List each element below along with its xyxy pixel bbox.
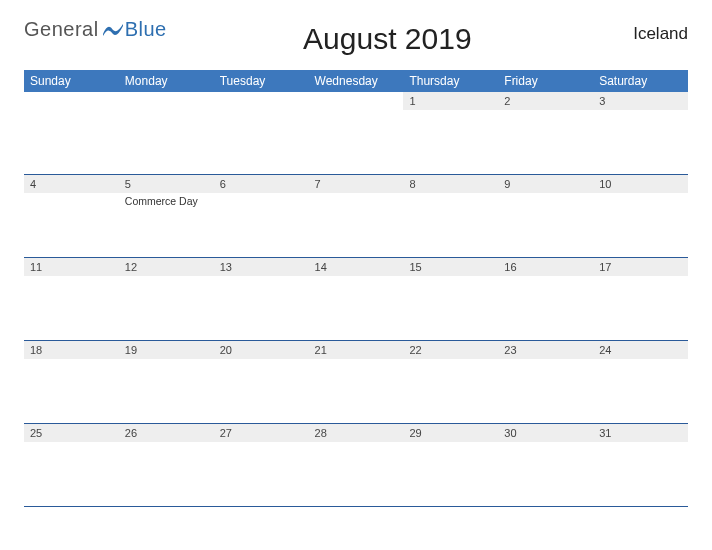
day-number: 1 (403, 92, 498, 110)
calendar-cell (309, 92, 404, 174)
week-row: 45Commerce Day678910 (24, 175, 688, 258)
day-number: 28 (309, 424, 404, 442)
day-number: 18 (24, 341, 119, 359)
calendar-cell (24, 92, 119, 174)
calendar-cell: 8 (403, 175, 498, 257)
day-number: 20 (214, 341, 309, 359)
calendar-cell: 6 (214, 175, 309, 257)
day-number: 16 (498, 258, 593, 276)
calendar-cell: 5Commerce Day (119, 175, 214, 257)
day-number: 23 (498, 341, 593, 359)
calendar-cell: 2 (498, 92, 593, 174)
calendar-cell: 27 (214, 424, 309, 506)
day-number: 25 (24, 424, 119, 442)
calendar-cell: 14 (309, 258, 404, 340)
week-row: 11121314151617 (24, 258, 688, 341)
day-number: 9 (498, 175, 593, 193)
day-number: 17 (593, 258, 688, 276)
day-header: Saturday (593, 70, 688, 92)
calendar-cell: 28 (309, 424, 404, 506)
logo-text-general: General (24, 18, 99, 41)
day-number (119, 92, 214, 110)
day-number: 10 (593, 175, 688, 193)
day-number (214, 92, 309, 110)
calendar-cell: 20 (214, 341, 309, 423)
week-row: 18192021222324 (24, 341, 688, 424)
calendar-cell: 25 (24, 424, 119, 506)
day-header: Monday (119, 70, 214, 92)
day-number: 15 (403, 258, 498, 276)
day-number: 6 (214, 175, 309, 193)
day-number: 5 (119, 175, 214, 193)
day-header: Wednesday (309, 70, 404, 92)
logo-text-blue: Blue (125, 18, 167, 41)
day-number: 30 (498, 424, 593, 442)
calendar-cell: 3 (593, 92, 688, 174)
day-number: 24 (593, 341, 688, 359)
day-number: 4 (24, 175, 119, 193)
calendar-cell: 17 (593, 258, 688, 340)
day-number: 14 (309, 258, 404, 276)
calendar-cell: 4 (24, 175, 119, 257)
calendar-cell: 21 (309, 341, 404, 423)
day-number: 26 (119, 424, 214, 442)
day-number: 31 (593, 424, 688, 442)
calendar: Sunday Monday Tuesday Wednesday Thursday… (24, 70, 688, 507)
calendar-cell (119, 92, 214, 174)
week-row: 123 (24, 92, 688, 175)
logo-wave-icon (103, 20, 123, 43)
day-number: 2 (498, 92, 593, 110)
calendar-cell: 11 (24, 258, 119, 340)
day-header: Tuesday (214, 70, 309, 92)
day-number (309, 92, 404, 110)
calendar-cell: 26 (119, 424, 214, 506)
day-number: 3 (593, 92, 688, 110)
calendar-cell: 18 (24, 341, 119, 423)
day-number (24, 92, 119, 110)
calendar-cell: 30 (498, 424, 593, 506)
calendar-cell: 7 (309, 175, 404, 257)
day-number: 21 (309, 341, 404, 359)
calendar-cell: 12 (119, 258, 214, 340)
calendar-cell: 23 (498, 341, 593, 423)
calendar-cell: 15 (403, 258, 498, 340)
header: General Blue August 2019 Iceland (24, 18, 688, 56)
day-number: 11 (24, 258, 119, 276)
calendar-title: August 2019 (167, 22, 608, 56)
day-number: 19 (119, 341, 214, 359)
calendar-cell: 29 (403, 424, 498, 506)
day-number: 8 (403, 175, 498, 193)
day-number: 22 (403, 341, 498, 359)
day-header: Friday (498, 70, 593, 92)
logo: General Blue (24, 18, 167, 43)
day-number: 29 (403, 424, 498, 442)
event-label: Commerce Day (119, 193, 214, 207)
week-row: 25262728293031 (24, 424, 688, 507)
calendar-cell: 22 (403, 341, 498, 423)
day-number: 7 (309, 175, 404, 193)
calendar-cell: 19 (119, 341, 214, 423)
calendar-cell: 13 (214, 258, 309, 340)
region-label: Iceland (608, 24, 688, 44)
calendar-cell: 1 (403, 92, 498, 174)
day-number: 27 (214, 424, 309, 442)
calendar-cell: 10 (593, 175, 688, 257)
calendar-cell: 31 (593, 424, 688, 506)
calendar-cell: 16 (498, 258, 593, 340)
day-header-row: Sunday Monday Tuesday Wednesday Thursday… (24, 70, 688, 92)
day-number: 13 (214, 258, 309, 276)
calendar-cell: 9 (498, 175, 593, 257)
weeks-container: 12345Commerce Day67891011121314151617181… (24, 92, 688, 507)
calendar-cell (214, 92, 309, 174)
day-number: 12 (119, 258, 214, 276)
day-header: Thursday (403, 70, 498, 92)
day-header: Sunday (24, 70, 119, 92)
calendar-cell: 24 (593, 341, 688, 423)
